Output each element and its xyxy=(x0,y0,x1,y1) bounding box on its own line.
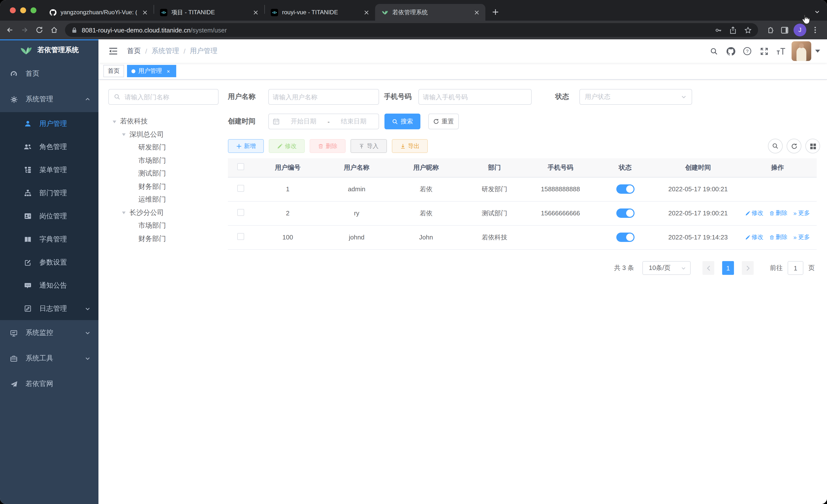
status-select[interactable]: 用户状态 xyxy=(579,89,692,105)
home-icon[interactable] xyxy=(47,23,61,37)
tree-node-testing[interactable]: 测试部门 xyxy=(108,167,222,180)
tab-titanide-rouyi[interactable]: <t> rouyi-vue - TITANIDE xyxy=(265,4,375,21)
tab-close-icon[interactable] xyxy=(473,8,480,16)
tab-ruoyi-github[interactable]: yangzongzhuan/RuoYi-Vue: (Ru xyxy=(43,4,154,21)
side-panel-icon[interactable] xyxy=(778,23,791,37)
reset-button[interactable]: 重置 xyxy=(428,114,459,129)
header-search-icon[interactable] xyxy=(708,45,720,57)
browser-profile-avatar[interactable]: J xyxy=(793,23,806,37)
dictionary-book-icon xyxy=(23,236,32,243)
export-button[interactable]: 导出 xyxy=(392,139,428,153)
refresh-icon-button[interactable] xyxy=(787,139,801,153)
user-avatar[interactable] xyxy=(791,41,811,61)
sidebar-item-notice[interactable]: 通知公告 xyxy=(0,274,98,297)
status-toggle-on[interactable] xyxy=(616,209,634,218)
github-icon[interactable] xyxy=(725,45,736,57)
tab-close-icon[interactable] xyxy=(251,8,259,16)
reload-icon[interactable] xyxy=(33,23,46,37)
sidebar-item-log-management[interactable]: 日志管理 xyxy=(0,297,98,320)
date-range-picker[interactable]: 开始日期 - 结束日期 xyxy=(268,114,379,129)
import-button[interactable]: 导入 xyxy=(350,139,387,153)
breadcrumb-home[interactable]: 首页 xyxy=(127,47,141,56)
row-edit-link[interactable]: 修改 xyxy=(745,209,763,217)
tree-node-ops[interactable]: 运维部门 xyxy=(108,193,222,206)
row-checkbox[interactable] xyxy=(237,233,244,240)
row-delete-link[interactable]: 删除 xyxy=(769,209,787,217)
sidebar-item-home[interactable]: 首页 xyxy=(0,61,98,87)
row-checkbox[interactable] xyxy=(237,209,244,216)
tab-ruoyi-admin-active[interactable]: 若依管理系统 xyxy=(375,4,485,21)
url-bar[interactable]: 8081-rouyi-vue-demo.cloud.titanide.cn/sy… xyxy=(65,23,758,37)
phone-input[interactable] xyxy=(419,90,531,104)
prev-page-button[interactable] xyxy=(702,261,714,275)
tree-caret-icon[interactable] xyxy=(121,211,127,215)
sidebar-item-role-management[interactable]: 角色管理 xyxy=(0,135,98,158)
new-tab-button[interactable] xyxy=(488,5,502,19)
row-more-link[interactable]: »更多 xyxy=(793,233,810,241)
share-icon[interactable] xyxy=(728,24,738,36)
tab-close-icon[interactable] xyxy=(362,8,370,16)
sidebar-item-dict-management[interactable]: 字典管理 xyxy=(0,228,98,251)
tag-home[interactable]: 首页 xyxy=(103,65,124,77)
minimize-window-button[interactable] xyxy=(20,7,26,13)
sidebar-item-user-management[interactable]: 用户管理 xyxy=(0,112,98,135)
column-settings-icon-button[interactable] xyxy=(805,139,820,153)
add-button[interactable]: 新增 xyxy=(228,139,264,153)
tree-node-marketing[interactable]: 市场部门 xyxy=(108,154,222,167)
password-key-icon[interactable] xyxy=(713,24,724,36)
edit-button[interactable]: 修改 xyxy=(269,139,305,153)
row-edit-link[interactable]: 修改 xyxy=(745,233,763,241)
close-window-button[interactable] xyxy=(10,7,16,13)
current-page-button[interactable]: 1 xyxy=(722,261,734,275)
tree-node-finance[interactable]: 财务部门 xyxy=(108,180,222,193)
tree-node-changsha[interactable]: 长沙分公司 xyxy=(108,206,222,219)
sidebar-item-system-management[interactable]: 系统管理 xyxy=(0,87,98,112)
sidebar-item-system-monitor[interactable]: 系统监控 xyxy=(0,320,98,346)
sidebar-item-official-site[interactable]: 若依官网 xyxy=(0,371,98,397)
tag-user-management-active[interactable]: 用户管理 × xyxy=(127,65,176,77)
sidebar-item-system-tools[interactable]: 系统工具 xyxy=(0,346,98,371)
next-page-button[interactable] xyxy=(742,261,753,275)
sidebar-item-param-settings[interactable]: 参数设置 xyxy=(0,251,98,274)
row-more-label: 更多 xyxy=(798,233,810,241)
page-size-select[interactable]: 10条/页 xyxy=(642,261,691,275)
tree-node-cs-finance[interactable]: 财务部门 xyxy=(108,232,222,245)
fullscreen-icon[interactable] xyxy=(758,45,770,57)
tree-node-rnd[interactable]: 研发部门 xyxy=(108,141,222,154)
tree-caret-icon[interactable] xyxy=(121,132,127,137)
tree-node-shenzhen[interactable]: 深圳总公司 xyxy=(108,128,222,141)
sidebar-item-dept-management[interactable]: 部门管理 xyxy=(0,181,98,205)
dept-search-input[interactable] xyxy=(120,90,218,104)
select-all-checkbox[interactable] xyxy=(237,164,244,170)
bookmark-star-icon[interactable] xyxy=(742,24,753,36)
sidebar-collapse-icon[interactable] xyxy=(105,43,121,59)
extensions-puzzle-icon[interactable] xyxy=(763,23,777,37)
browser-menu-kebab-icon[interactable] xyxy=(808,23,822,37)
toggle-search-icon-button[interactable] xyxy=(768,139,783,153)
delete-button[interactable]: 删除 xyxy=(310,139,346,153)
tab-search-chevron-icon[interactable] xyxy=(814,9,820,15)
tree-node-cs-marketing[interactable]: 市场部门 xyxy=(108,219,222,232)
status-toggle-on[interactable] xyxy=(616,233,634,242)
avatar-caret-down-icon[interactable] xyxy=(815,49,820,53)
row-delete-link[interactable]: 删除 xyxy=(769,233,787,241)
row-checkbox[interactable] xyxy=(237,185,244,192)
tree-node-company[interactable]: 若依科技 xyxy=(108,115,222,128)
forward-icon[interactable] xyxy=(18,23,32,37)
goto-page-input[interactable] xyxy=(788,261,804,275)
tab-titanide-project[interactable]: <t> 项目 - TITANIDE xyxy=(154,4,264,21)
username-input[interactable] xyxy=(269,90,379,104)
zoom-window-button[interactable] xyxy=(31,7,37,13)
sidebar-item-post-management[interactable]: 岗位管理 xyxy=(0,205,98,228)
help-question-icon[interactable]: ? xyxy=(741,45,753,57)
tag-close-icon[interactable]: × xyxy=(165,68,172,74)
text-size-icon[interactable] xyxy=(775,45,787,57)
sidebar-item-menu-management[interactable]: 菜单管理 xyxy=(0,158,98,181)
tab-close-icon[interactable] xyxy=(141,8,149,16)
back-icon[interactable] xyxy=(3,23,17,37)
search-button[interactable]: 搜索 xyxy=(384,114,421,129)
row-more-link[interactable]: »更多 xyxy=(793,209,810,217)
status-toggle-on[interactable] xyxy=(616,184,634,194)
app-logo[interactable]: 若依管理系统 xyxy=(0,39,98,61)
tree-caret-icon[interactable] xyxy=(112,119,117,124)
